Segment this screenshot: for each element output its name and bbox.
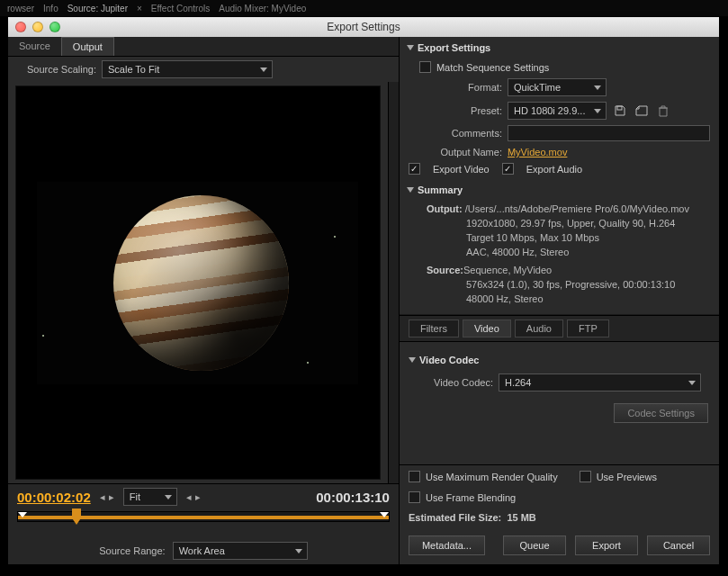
tab-output[interactable]: Output [61, 37, 114, 56]
export-audio-checkbox[interactable] [502, 163, 514, 175]
source-range-label: Source Range: [99, 545, 165, 556]
save-preset-icon[interactable] [612, 103, 628, 119]
export-video-label: Export Video [433, 164, 490, 175]
export-video-checkbox[interactable] [409, 163, 420, 175]
video-preview[interactable] [15, 86, 381, 480]
chevron-down-icon [407, 45, 414, 50]
format-dropdown[interactable]: QuickTime [508, 78, 607, 96]
titlebar[interactable]: Export Settings [8, 17, 719, 37]
output-name-label: Output Name: [419, 147, 502, 158]
frame-blending-checkbox[interactable] [409, 491, 420, 503]
estimated-size-value: 15 MB [507, 512, 535, 523]
video-codec-dropdown[interactable]: H.264 [499, 374, 701, 392]
preview-frame-content [113, 195, 289, 371]
export-settings-window: Export Settings Source Output Source Sca… [7, 16, 720, 565]
use-previews-label: Use Previews [597, 472, 657, 482]
step-fwd-icon[interactable]: ▸ [109, 491, 114, 503]
zoom-fit-dropdown[interactable]: Fit [123, 488, 177, 506]
export-settings-section[interactable]: Export Settings [400, 37, 719, 58]
use-previews-checkbox[interactable] [580, 471, 591, 482]
summary-section[interactable]: Summary [400, 177, 719, 201]
chevron-down-icon [409, 357, 416, 363]
video-codec-label: Video Codec: [419, 377, 493, 388]
preview-tabs: Source Output [8, 37, 399, 57]
tab-source[interactable]: Source [8, 37, 61, 56]
frame-blending-label: Use Frame Blending [426, 492, 516, 503]
comments-label: Comments: [419, 128, 502, 139]
max-render-quality-label: Use Maximum Render Quality [426, 472, 558, 482]
output-name-link[interactable]: MyVideo.mov [508, 147, 567, 158]
preview-panel: Source Output Source Scaling: Scale To F… [8, 37, 400, 564]
export-button[interactable]: Export [575, 536, 638, 555]
window-minimize-icon[interactable] [32, 22, 43, 32]
svg-rect-0 [617, 106, 622, 110]
source-range-dropdown[interactable]: Work Area [173, 542, 308, 560]
video-codec-section[interactable]: Video Codec [409, 349, 710, 371]
export-audio-label: Export Audio [526, 164, 582, 175]
cancel-button[interactable]: Cancel [647, 536, 710, 555]
step-back2-icon[interactable]: ◂ [186, 491, 192, 503]
format-label: Format: [419, 82, 502, 93]
tab-ftp[interactable]: FTP [567, 320, 609, 338]
chevron-down-icon [407, 187, 414, 193]
tab-filters[interactable]: Filters [409, 320, 459, 338]
match-sequence-checkbox[interactable] [419, 61, 431, 73]
step-fwd2-icon[interactable]: ▸ [195, 491, 201, 503]
settings-panel: Export Settings Match Sequence Settings … [400, 37, 719, 564]
source-scaling-label: Source Scaling: [15, 64, 96, 75]
preview-scrollbar[interactable] [388, 82, 399, 483]
preset-dropdown[interactable]: HD 1080i 29.9... [508, 102, 607, 120]
summary-block: Output: /Users/...nts/Adobe/Premiere Pro… [400, 201, 719, 314]
playhead[interactable] [72, 508, 81, 525]
background-app-tabs: rowser Info Source: Jupiter × Effect Con… [0, 0, 728, 16]
detail-tabs: Filters Video Audio FTP [400, 315, 719, 342]
tab-video[interactable]: Video [463, 320, 511, 338]
tab-audio[interactable]: Audio [515, 320, 563, 338]
source-scaling-dropdown[interactable]: Scale To Fit [102, 60, 273, 78]
estimated-size-label: Estimated File Size: [409, 512, 501, 523]
out-timecode: 00:00:13:10 [316, 490, 390, 505]
metadata-button[interactable]: Metadata... [409, 536, 485, 555]
import-preset-icon[interactable] [634, 103, 650, 119]
codec-settings-button[interactable]: Codec Settings [614, 403, 708, 423]
window-close-icon[interactable] [15, 22, 26, 32]
match-sequence-label: Match Sequence Settings [436, 62, 549, 73]
comments-input[interactable] [508, 125, 710, 141]
in-timecode[interactable]: 00:00:02:02 [17, 490, 91, 505]
queue-button[interactable]: Queue [503, 536, 566, 555]
preset-label: Preset: [419, 105, 502, 116]
max-render-quality-checkbox[interactable] [409, 471, 420, 482]
timeline-scrubber[interactable] [17, 511, 390, 522]
window-title: Export Settings [327, 21, 400, 33]
delete-preset-icon[interactable] [655, 103, 671, 119]
window-zoom-icon[interactable] [49, 22, 60, 32]
step-back-icon[interactable]: ◂ [100, 491, 105, 503]
